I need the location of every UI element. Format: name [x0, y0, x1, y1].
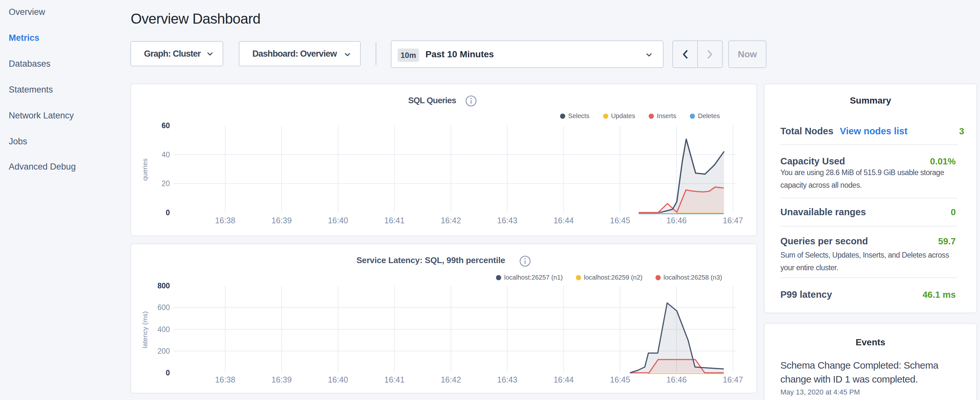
- svg-text:16:42: 16:42: [441, 216, 461, 225]
- svg-text:16:43: 16:43: [497, 216, 518, 225]
- svg-text:16:38: 16:38: [215, 375, 235, 384]
- svg-text:600: 600: [158, 303, 170, 312]
- svg-text:16:42: 16:42: [441, 375, 461, 384]
- svg-text:16:41: 16:41: [384, 216, 405, 225]
- svg-text:16:40: 16:40: [328, 216, 348, 225]
- svg-text:16:39: 16:39: [272, 375, 292, 384]
- svg-text:16:38: 16:38: [215, 216, 235, 225]
- svg-text:200: 200: [158, 347, 170, 355]
- svg-text:16:41: 16:41: [384, 375, 405, 384]
- svg-text:0: 0: [165, 209, 170, 217]
- svg-text:16:45: 16:45: [610, 216, 630, 225]
- svg-text:16:44: 16:44: [554, 216, 574, 225]
- svg-text:16:39: 16:39: [272, 216, 292, 225]
- svg-text:16:43: 16:43: [497, 375, 518, 384]
- svg-text:400: 400: [158, 325, 170, 334]
- svg-text:800: 800: [158, 282, 170, 290]
- svg-text:16:46: 16:46: [667, 216, 687, 225]
- svg-text:16:45: 16:45: [610, 375, 630, 384]
- svg-text:16:47: 16:47: [723, 375, 743, 384]
- svg-text:16:47: 16:47: [723, 216, 743, 225]
- svg-text:20: 20: [161, 179, 170, 188]
- svg-text:60: 60: [161, 121, 170, 130]
- svg-text:16:40: 16:40: [328, 375, 348, 384]
- svg-text:0: 0: [165, 369, 170, 377]
- svg-text:40: 40: [161, 150, 170, 159]
- svg-text:16:46: 16:46: [667, 375, 687, 384]
- svg-text:16:44: 16:44: [554, 375, 574, 384]
